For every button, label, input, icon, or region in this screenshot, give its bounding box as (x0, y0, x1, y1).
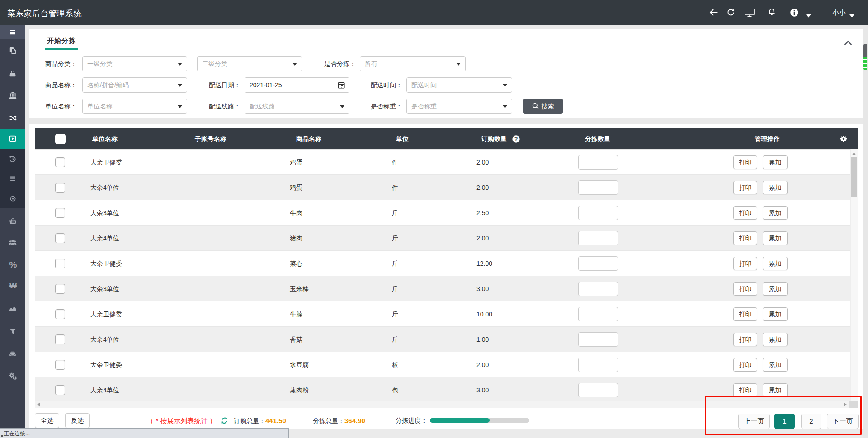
svg-text:?: ? (514, 136, 518, 142)
